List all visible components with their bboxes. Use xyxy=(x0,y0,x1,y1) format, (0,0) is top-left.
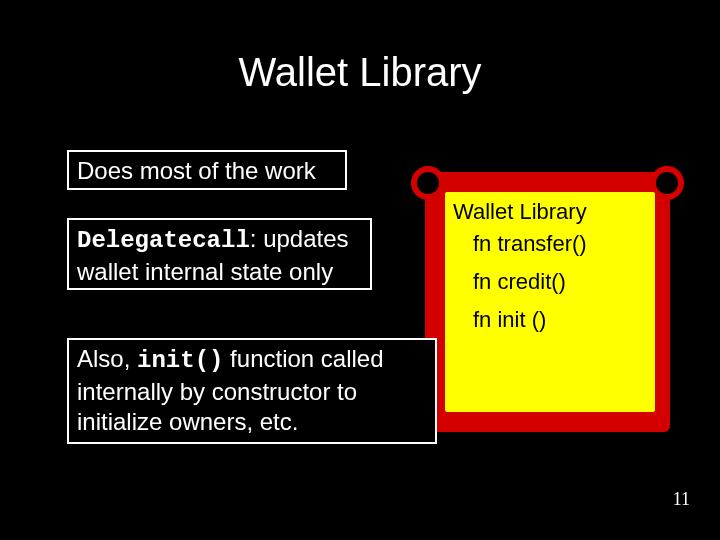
note-3-line2: internally by constructor to xyxy=(77,378,357,405)
note-2-code: Delegatecall xyxy=(77,227,250,254)
contract-card: Wallet Library fn transfer() fn credit()… xyxy=(445,192,655,412)
note-box-3: Also, init() function called internally … xyxy=(67,338,437,444)
contract-fn-init: fn init () xyxy=(473,304,647,336)
contract-header: Wallet Library xyxy=(453,196,647,228)
note-1-text: Does most of the work xyxy=(77,157,316,184)
contract-fn-credit: fn credit() xyxy=(473,266,647,298)
note-3-code: init() xyxy=(137,347,223,374)
note-box-1: Does most of the work xyxy=(67,150,347,190)
note-3-post1: function called xyxy=(223,345,383,372)
page-number: 11 xyxy=(673,489,690,510)
slide: Wallet Library Wallet Library fn transfe… xyxy=(0,0,720,540)
slide-title: Wallet Library xyxy=(0,50,720,95)
note-3-line3: initialize owners, etc. xyxy=(77,408,298,435)
contract-fn-transfer: fn transfer() xyxy=(473,228,647,260)
note-2-line2: wallet internal state only xyxy=(77,258,333,285)
note-3-pre1: Also, xyxy=(77,345,137,372)
note-2-rest1: : updates xyxy=(250,225,349,252)
note-box-2: Delegatecall: updates wallet internal st… xyxy=(67,218,372,290)
